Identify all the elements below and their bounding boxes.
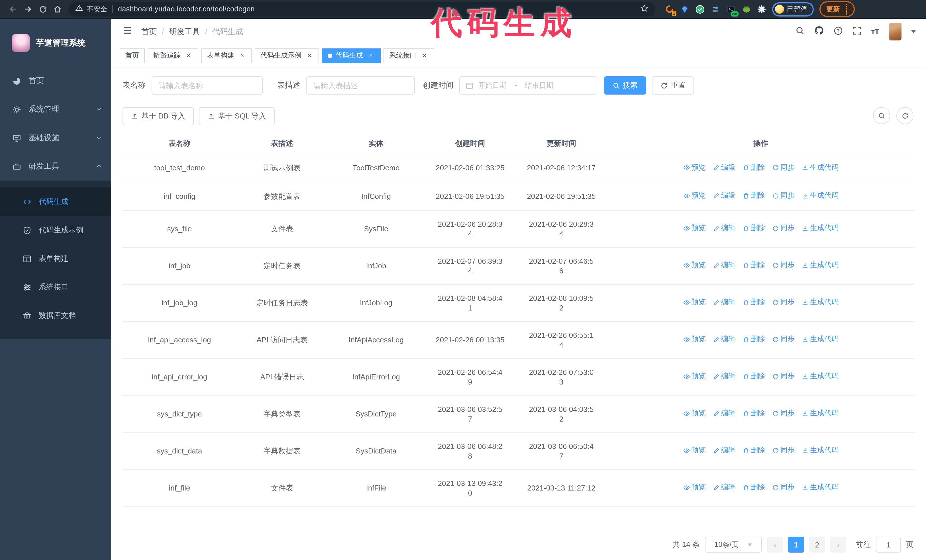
action-sync[interactable]: 同步	[772, 191, 794, 201]
sidebar-item-system-api[interactable]: 系统接口	[0, 273, 111, 301]
action-generate[interactable]: 生成代码	[802, 261, 838, 270]
action-delete[interactable]: 删除	[742, 409, 765, 418]
action-generate[interactable]: 生成代码	[802, 223, 838, 233]
refresh-table-button[interactable]	[896, 107, 914, 124]
toggle-search-button[interactable]	[873, 107, 890, 124]
sidebar-item-db-doc[interactable]: 数据库文档	[0, 301, 111, 330]
github-icon[interactable]	[814, 26, 824, 38]
page-button-1[interactable]: 1	[788, 537, 804, 552]
action-sync[interactable]: 同步	[772, 372, 794, 381]
extension-frog-icon[interactable]	[741, 4, 751, 14]
page-size-select[interactable]: 10条/页	[705, 537, 762, 552]
sidebar-item-home[interactable]: 首页	[0, 66, 111, 95]
browser-update-button[interactable]: 更新 ⋮⋮	[819, 1, 855, 17]
sidebar-item-devtools[interactable]: 研发工具	[0, 152, 111, 181]
extension-terminal-icon[interactable]: on	[726, 4, 736, 14]
action-delete[interactable]: 删除	[742, 298, 765, 307]
sidebar-item-codegen[interactable]: 代码生成	[0, 187, 111, 216]
action-sync[interactable]: 同步	[772, 261, 794, 270]
action-sync[interactable]: 同步	[772, 298, 794, 307]
action-sync[interactable]: 同步	[772, 446, 794, 456]
sidebar-item-system[interactable]: 系统管理	[0, 95, 111, 124]
action-delete[interactable]: 删除	[742, 483, 765, 492]
security-label[interactable]: 不安全	[86, 4, 107, 14]
extension-puzzle-icon[interactable]	[757, 4, 766, 14]
action-generate[interactable]: 生成代码	[802, 483, 838, 492]
import-db-button[interactable]: 基于 DB 导入	[123, 107, 194, 125]
action-preview[interactable]: 预览	[683, 446, 706, 456]
extension-gem-icon[interactable]	[680, 4, 690, 14]
action-preview[interactable]: 预览	[683, 372, 706, 381]
action-delete[interactable]: 删除	[742, 372, 765, 381]
action-preview[interactable]: 预览	[683, 335, 706, 344]
fullscreen-icon[interactable]	[852, 26, 861, 37]
action-generate[interactable]: 生成代码	[802, 191, 838, 201]
action-edit[interactable]: 编辑	[713, 446, 735, 456]
action-edit[interactable]: 编辑	[713, 163, 735, 172]
action-delete[interactable]: 删除	[742, 261, 765, 270]
import-sql-button[interactable]: 基于 SQL 导入	[199, 107, 275, 125]
sidebar-item-infra[interactable]: 基础设施	[0, 124, 111, 152]
action-edit[interactable]: 编辑	[713, 191, 735, 201]
profile-paused-badge[interactable]: 已暂停	[772, 2, 814, 16]
action-generate[interactable]: 生成代码	[802, 335, 838, 344]
action-generate[interactable]: 生成代码	[802, 409, 838, 418]
breadcrumb-devtools[interactable]: 研发工具	[169, 27, 200, 37]
bookmark-star-icon[interactable]	[640, 4, 649, 15]
tab-close-icon[interactable]: ×	[238, 51, 246, 60]
sidebar-item-codegen-example[interactable]: 代码生成示例	[0, 216, 111, 245]
tab-close-icon[interactable]: ×	[367, 51, 375, 60]
action-edit[interactable]: 编辑	[713, 483, 735, 492]
action-edit[interactable]: 编辑	[713, 223, 735, 233]
tab-close-icon[interactable]: ×	[185, 51, 193, 60]
action-edit[interactable]: 编辑	[713, 372, 735, 381]
action-sync[interactable]: 同步	[772, 223, 794, 233]
action-delete[interactable]: 删除	[742, 163, 765, 172]
sidebar-item-form-builder[interactable]: 表单构建	[0, 245, 111, 273]
next-page-button[interactable]: ›	[830, 537, 846, 552]
action-generate[interactable]: 生成代码	[802, 372, 838, 381]
browser-back-icon[interactable]	[6, 2, 21, 17]
browser-menu-icon[interactable]: ⋮⋮	[843, 3, 850, 15]
date-range-input[interactable]: 开始日期 - 结束日期	[459, 76, 597, 95]
action-generate[interactable]: 生成代码	[802, 446, 838, 456]
tab-codegen[interactable]: 代码生成×	[322, 48, 381, 63]
tab-close-icon[interactable]: ×	[306, 51, 313, 60]
avatar-caret-down-icon[interactable]	[911, 30, 916, 33]
action-sync[interactable]: 同步	[772, 163, 794, 172]
browser-home-icon[interactable]	[50, 2, 65, 17]
action-preview[interactable]: 预览	[683, 298, 706, 307]
action-edit[interactable]: 编辑	[713, 261, 735, 270]
action-generate[interactable]: 生成代码	[802, 298, 838, 307]
breadcrumb-home[interactable]: 首页	[141, 27, 157, 37]
action-preview[interactable]: 预览	[683, 409, 706, 418]
tab-system-api[interactable]: 系统接口×	[383, 48, 434, 63]
tab-codegen-example[interactable]: 代码生成示例×	[255, 48, 319, 63]
action-sync[interactable]: 同步	[772, 483, 794, 492]
url-text[interactable]: dashboard.yudao.iocoder.cn/tool/codegen	[118, 5, 255, 13]
action-sync[interactable]: 同步	[772, 409, 794, 418]
tab-close-icon[interactable]: ×	[421, 51, 428, 60]
action-delete[interactable]: 删除	[742, 335, 765, 344]
extension-sliders-icon[interactable]	[711, 4, 720, 14]
action-preview[interactable]: 预览	[683, 261, 706, 270]
action-edit[interactable]: 编辑	[713, 409, 735, 418]
page-button-2[interactable]: 2	[809, 537, 825, 552]
action-delete[interactable]: 删除	[742, 446, 765, 456]
user-avatar[interactable]	[889, 23, 902, 41]
action-preview[interactable]: 预览	[683, 191, 706, 201]
tab-form-builder[interactable]: 表单构建×	[201, 48, 252, 63]
sidebar-logo-row[interactable]: 芋道管理系统	[0, 19, 111, 66]
action-preview[interactable]: 预览	[683, 223, 706, 233]
goto-page-input[interactable]	[876, 537, 901, 552]
action-sync[interactable]: 同步	[772, 335, 794, 344]
table-desc-input[interactable]	[306, 76, 415, 95]
collapse-menu-icon[interactable]	[123, 26, 132, 38]
tab-home[interactable]: 首页	[120, 48, 145, 63]
tab-tracing[interactable]: 链路追踪×	[148, 48, 198, 63]
text-size-icon[interactable]: ᴛT	[871, 27, 879, 36]
action-edit[interactable]: 编辑	[713, 298, 735, 307]
help-icon[interactable]: ?	[834, 26, 843, 37]
table-name-input[interactable]	[151, 76, 262, 95]
extension-orange-icon[interactable]: 1	[664, 4, 674, 14]
